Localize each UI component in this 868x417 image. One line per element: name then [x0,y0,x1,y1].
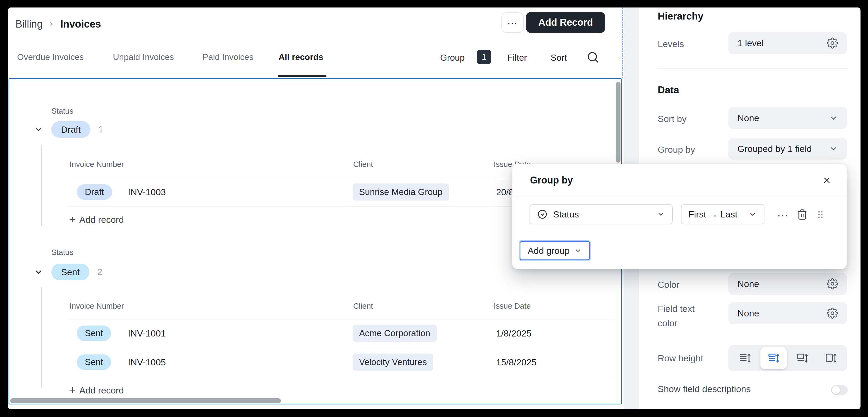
client-chip: Sunrise Media Group [353,184,449,201]
status-badge: Sent [51,264,89,280]
group-by-select[interactable]: Grouped by 1 field [728,138,847,160]
hierarchy-section-title: Hierarchy [658,11,704,22]
table-row[interactable]: Sent INV-1001 Acme Corporation 1/8/2025 [8,319,621,348]
group-row-count: 2 [97,267,102,277]
group-order-select[interactable]: First → Last [681,204,765,224]
chevron-down-icon [829,144,838,153]
row-height-label: Row height [658,352,703,364]
plus-icon: + [69,214,76,225]
toggle-knob [832,386,840,394]
client-chip: Velocity Ventures [353,354,433,371]
invoice-number-cell: INV-1003 [128,186,166,198]
chevron-right-icon [48,20,55,28]
group-header-sent[interactable]: Sent 2 [34,263,102,281]
panel-resize-guide[interactable] [622,7,623,78]
app-content: Billing Invoices … Add Record Overdue In… [8,7,861,409]
add-record-label: Add record [80,215,124,225]
gear-icon[interactable] [827,37,838,49]
group-header-draft[interactable]: Draft 1 [34,121,103,138]
group-rule-more-button[interactable]: … [777,206,789,219]
drag-handle-icon[interactable] [815,209,826,220]
divider [658,68,847,69]
chevron-down-icon [657,210,665,219]
sort-by-select[interactable]: None [728,107,847,129]
group-by-label: Group by [658,143,695,155]
row-height-medium-icon [767,352,780,364]
add-record-button[interactable]: Add Record [526,12,605,33]
add-record-row-button[interactable]: + Add record [69,385,124,396]
sort-by-label: Sort by [658,113,687,125]
row-height-extra-tall-button[interactable] [818,347,844,369]
divider [68,377,615,377]
trash-icon[interactable] [797,209,808,220]
show-field-descriptions-label: Show field descriptions [658,383,751,395]
popover-title: Group by [530,175,573,186]
field-text-color-field[interactable]: None [728,302,847,324]
table-row[interactable]: Sent INV-1005 Velocity Ventures 15/8/202… [8,348,621,377]
status-badge: Sent [77,325,111,341]
row-height-short-button[interactable] [732,347,758,369]
add-record-label: Add record [80,385,124,395]
gear-icon[interactable] [827,308,838,319]
app-window: Billing Invoices … Add Record Overdue In… [0,0,868,417]
row-height-short-icon [739,352,751,364]
client-chip: Acme Corporation [353,325,437,342]
show-field-descriptions-toggle[interactable] [831,385,848,395]
group-order-value: First → Last [688,209,737,220]
chevron-down-icon[interactable] [34,267,43,277]
invoice-number-cell: INV-1001 [128,327,166,340]
page-title: Invoices [60,19,101,30]
status-badge: Sent [77,354,111,370]
row-height-medium-button[interactable] [761,347,787,369]
column-header-issue-date[interactable]: Issue Date [494,302,531,310]
levels-label: Levels [658,38,684,50]
sort-control[interactable]: Sort [551,52,567,64]
status-badge: Draft [51,121,90,138]
single-select-field-icon [537,209,548,220]
filter-control[interactable]: Filter [507,52,527,64]
color-field[interactable]: None [728,273,847,295]
invoice-number-cell: INV-1005 [128,356,166,368]
field-text-color-label-line2: color [658,317,678,329]
breadcrumb-parent[interactable]: Billing [16,19,42,30]
group-count-badge: 1 [477,50,491,64]
add-group-button[interactable]: Add group [520,241,590,260]
row-height-tall-button[interactable] [789,347,815,369]
add-record-row-button[interactable]: + Add record [69,214,124,225]
close-icon[interactable] [822,175,832,185]
color-label: Color [658,279,679,290]
column-header-client[interactable]: Client [353,160,373,168]
column-header-invoice[interactable]: Invoice Number [69,302,124,310]
gear-icon[interactable] [827,278,838,289]
levels-field[interactable]: 1 level [728,32,847,54]
divider [513,197,846,197]
issue-date-cell: 1/8/2025 [496,327,531,340]
status-badge: Draft [77,184,112,200]
active-tab-underline [278,75,327,77]
group-by-value: Grouped by 1 field [737,143,812,154]
column-header-client[interactable]: Client [353,302,373,310]
horizontal-scrollbar[interactable] [10,398,281,404]
row-height-segmented-control [728,345,847,371]
tab-overdue-invoices[interactable]: Overdue Invoices [17,51,84,63]
color-value: None [737,279,759,289]
data-section-title: Data [658,85,679,96]
chevron-down-icon [574,247,582,255]
group-field-select[interactable]: Status [529,204,673,224]
vertical-scrollbar[interactable] [616,82,620,163]
breadcrumb: Billing Invoices [16,17,101,31]
tab-paid-invoices[interactable]: Paid Invoices [203,51,253,63]
tab-unpaid-invoices[interactable]: Unpaid Invoices [113,51,174,63]
field-text-color-label-line1: Field text [658,303,694,315]
chevron-down-icon[interactable] [34,125,43,134]
column-header-invoice[interactable]: Invoice Number [69,160,124,168]
more-options-button[interactable]: … [501,12,524,33]
plus-icon: + [69,385,76,396]
levels-value: 1 level [737,38,764,49]
chevron-down-icon [748,210,757,219]
group-field-label: Status [51,106,73,116]
group-control[interactable]: Group [440,52,465,64]
search-icon[interactable] [586,50,600,64]
group-field-value: Status [553,209,579,220]
tab-all-records[interactable]: All records [279,51,323,63]
